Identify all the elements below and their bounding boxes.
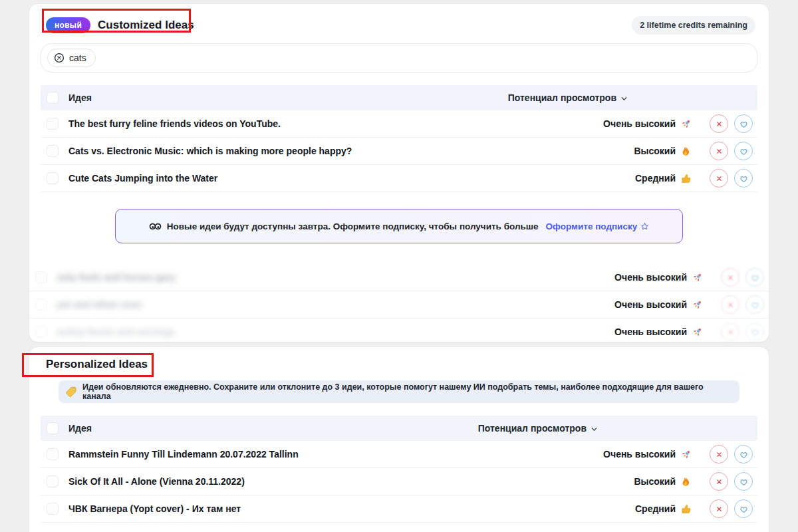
save-idea-button[interactable] bbox=[734, 114, 753, 133]
table-row: Cats vs. Electronic Music: which is maki… bbox=[41, 138, 757, 165]
row-actions bbox=[710, 169, 753, 188]
x-icon bbox=[714, 477, 724, 487]
select-all-checkbox[interactable] bbox=[47, 422, 59, 434]
reject-idea-button[interactable] bbox=[710, 472, 728, 491]
table-header: Идея Потенциал просмотров bbox=[41, 416, 757, 441]
chevron-down-icon bbox=[591, 426, 598, 433]
new-badge: новый bbox=[46, 17, 90, 33]
heart-icon bbox=[739, 450, 749, 460]
heart-icon bbox=[750, 300, 760, 310]
chevron-down-icon bbox=[620, 95, 628, 102]
select-all-checkbox[interactable] bbox=[47, 92, 59, 104]
info-banner-message: Идеи обновляются ежедневно. Сохраните ил… bbox=[82, 382, 733, 401]
potential-cell: Очень высокий bbox=[614, 327, 703, 338]
customized-table: Идея Потенциал просмотров The best furry… bbox=[41, 85, 757, 192]
idea-title: The best furry feline friends videos on … bbox=[68, 118, 281, 129]
potential-label: Средний bbox=[635, 503, 676, 514]
subscribe-link-label: Оформите подписку bbox=[546, 221, 638, 231]
row-actions bbox=[721, 295, 764, 314]
x-icon bbox=[726, 273, 735, 283]
potential-label: Высокий bbox=[634, 146, 676, 156]
potential-cell: Высокий bbox=[634, 476, 692, 487]
info-banner: Идеи обновляются ежедневно. Сохраните ил… bbox=[59, 380, 739, 403]
heart-icon bbox=[750, 327, 760, 337]
rocket-emoji bbox=[692, 272, 703, 283]
x-icon bbox=[714, 174, 724, 184]
potential-cell: Очень высокий bbox=[603, 118, 692, 130]
rocket-emoji bbox=[680, 118, 692, 130]
locked-table-row: pet and ethan coen Очень высокий bbox=[29, 291, 769, 319]
heart-icon bbox=[739, 477, 749, 487]
row-checkbox[interactable] bbox=[47, 475, 59, 487]
x-icon bbox=[714, 119, 724, 129]
table-row: The best furry feline friends videos on … bbox=[41, 110, 757, 138]
row-checkbox[interactable] bbox=[47, 172, 59, 184]
personalized-title: Personalized Ideas bbox=[46, 358, 769, 371]
save-idea-button[interactable] bbox=[734, 499, 753, 518]
filter-bar: cats bbox=[41, 43, 757, 72]
row-actions bbox=[710, 499, 753, 518]
idea-title: Sick Of It All - Alone (Vienna 20.11.202… bbox=[68, 476, 245, 487]
locked-table-row: turkey feasts and earnings Очень высокий bbox=[29, 319, 769, 346]
potential-label: Очень высокий bbox=[614, 299, 687, 310]
x-icon bbox=[714, 450, 724, 460]
blurred-idea-title: pet and ethan coen bbox=[57, 299, 142, 310]
potential-column-label: Потенциал просмотров bbox=[478, 423, 587, 434]
potential-label: Очень высокий bbox=[603, 118, 676, 129]
reject-idea-button[interactable] bbox=[710, 142, 728, 160]
locked-rows: only fools and horses gary Очень высокий… bbox=[29, 264, 769, 346]
save-idea-button bbox=[745, 323, 764, 341]
reject-idea-button bbox=[721, 323, 739, 341]
save-idea-button bbox=[745, 295, 764, 314]
potential-column-sort[interactable]: Потенциал просмотров bbox=[478, 423, 598, 434]
save-idea-button[interactable] bbox=[734, 142, 753, 160]
row-actions bbox=[721, 323, 764, 341]
save-idea-button bbox=[745, 268, 764, 287]
rocket-emoji bbox=[680, 449, 692, 460]
table-row: ЧВК Вагнера (Yopt cover) - Их там нет Ср… bbox=[41, 495, 757, 523]
upsell-message: Новые идеи будут доступны завтра. Оформи… bbox=[167, 221, 539, 231]
reject-idea-button[interactable] bbox=[710, 499, 728, 518]
potential-cell: Средний bbox=[635, 503, 692, 515]
reject-idea-button[interactable] bbox=[710, 445, 728, 464]
star-outline-icon bbox=[640, 222, 649, 231]
potential-label: Средний bbox=[635, 173, 676, 184]
thumbs-up-emoji bbox=[680, 503, 692, 515]
rocket-emoji bbox=[692, 327, 703, 338]
idea-title: Rammstein Funny Till Lindemann 20.07.202… bbox=[68, 449, 299, 460]
filter-chip-cats[interactable]: cats bbox=[47, 49, 96, 67]
table-row: Rammstein Funny Till Lindemann 20.07.202… bbox=[41, 441, 757, 468]
x-icon bbox=[714, 504, 724, 514]
potential-cell: Очень высокий bbox=[614, 272, 703, 283]
personalized-table: Идея Потенциал просмотров Rammstein Funn… bbox=[41, 416, 757, 523]
row-checkbox[interactable] bbox=[47, 503, 59, 515]
reject-idea-button bbox=[721, 268, 739, 287]
idea-title: Cute Cats Jumping into the Water bbox=[68, 173, 217, 184]
row-actions bbox=[721, 268, 764, 287]
row-actions bbox=[710, 142, 753, 160]
save-idea-button[interactable] bbox=[734, 169, 753, 188]
row-checkbox[interactable] bbox=[47, 118, 59, 130]
row-checkbox[interactable] bbox=[47, 145, 59, 157]
heart-icon bbox=[739, 146, 749, 156]
save-idea-button[interactable] bbox=[734, 445, 753, 464]
row-actions bbox=[710, 114, 753, 133]
row-actions bbox=[710, 445, 753, 464]
customized-header: новый Customized Ideas 2 lifetime credit… bbox=[29, 4, 769, 35]
row-checkbox[interactable] bbox=[47, 448, 59, 460]
table-header: Идея Потенциал просмотров bbox=[41, 85, 757, 110]
fire-emoji bbox=[680, 146, 692, 157]
potential-column-sort[interactable]: Потенциал просмотров bbox=[508, 92, 628, 103]
potential-cell: Очень высокий bbox=[603, 449, 692, 460]
row-checkbox bbox=[35, 299, 47, 311]
upsell-banner: Новые идеи будут доступны завтра. Оформи… bbox=[115, 209, 683, 243]
tag-emoji bbox=[65, 386, 77, 398]
remove-filter-icon[interactable] bbox=[54, 53, 65, 63]
potential-label: Высокий bbox=[634, 476, 676, 487]
save-idea-button[interactable] bbox=[734, 472, 753, 491]
reject-idea-button[interactable] bbox=[710, 169, 728, 188]
heart-icon bbox=[750, 273, 760, 283]
potential-label: Очень высокий bbox=[603, 449, 676, 460]
subscribe-link[interactable]: Оформите подписку bbox=[546, 221, 650, 231]
reject-idea-button[interactable] bbox=[710, 114, 728, 133]
